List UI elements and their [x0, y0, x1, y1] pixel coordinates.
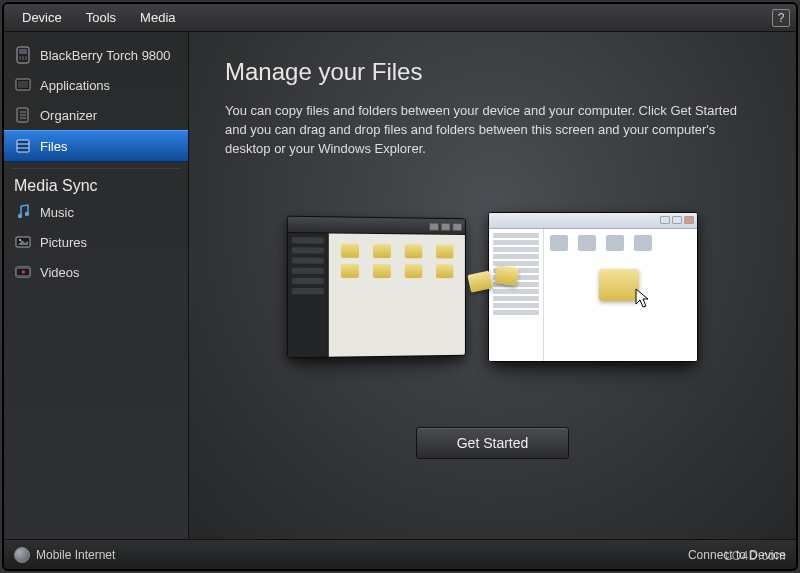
menu-media[interactable]: Media	[128, 6, 187, 29]
page-title: Manage your Files	[225, 58, 760, 86]
app-window: Device Tools Media ? BlackBerry Torch 98…	[2, 2, 798, 571]
sidebar-item-music[interactable]: Music	[4, 197, 188, 227]
svg-point-3	[22, 56, 23, 57]
content-area: Manage your Files You can copy files and…	[189, 32, 796, 539]
flying-folders-icon	[469, 272, 517, 290]
svg-rect-9	[18, 81, 28, 88]
music-icon	[14, 203, 32, 221]
sidebar-divider	[12, 168, 180, 169]
svg-point-7	[25, 58, 26, 59]
svg-rect-1	[19, 49, 27, 54]
menu-tools[interactable]: Tools	[74, 6, 128, 29]
svg-rect-24	[16, 275, 30, 277]
svg-point-21	[19, 239, 21, 241]
page-description: You can copy files and folders between y…	[225, 102, 755, 159]
sidebar-item-label: BlackBerry Torch 9800	[40, 48, 171, 63]
svg-point-5	[19, 58, 20, 59]
illustration	[225, 187, 760, 387]
sidebar-heading-media-sync: Media Sync	[4, 173, 188, 197]
files-icon	[14, 137, 32, 155]
help-icon[interactable]: ?	[772, 9, 790, 27]
sidebar-item-organizer[interactable]: Organizer	[4, 100, 188, 130]
videos-icon	[14, 263, 32, 281]
sidebar-item-label: Applications	[40, 78, 110, 93]
svg-point-6	[22, 58, 23, 59]
sidebar-item-label: Files	[40, 139, 67, 154]
illustration-explorer-window	[488, 212, 698, 362]
sidebar-item-applications[interactable]: Applications	[4, 70, 188, 100]
sidebar-item-label: Videos	[40, 265, 80, 280]
globe-icon	[14, 547, 30, 563]
footer-mobile-internet[interactable]: Mobile Internet	[36, 548, 115, 562]
device-icon	[14, 46, 32, 64]
sidebar-item-label: Pictures	[40, 235, 87, 250]
footer: Mobile Internet Connect to Device	[4, 539, 796, 569]
sidebar-item-videos[interactable]: Videos	[4, 257, 188, 287]
sidebar: BlackBerry Torch 9800 Applications Organ…	[4, 32, 189, 539]
applications-icon	[14, 76, 32, 94]
svg-point-18	[25, 212, 29, 216]
organizer-icon	[14, 106, 32, 124]
illustration-device-window	[286, 215, 465, 358]
get-started-button[interactable]: Get Started	[416, 427, 570, 459]
svg-rect-23	[16, 267, 30, 269]
pictures-icon	[14, 233, 32, 251]
sidebar-item-label: Music	[40, 205, 74, 220]
menubar: Device Tools Media ?	[4, 4, 796, 32]
sidebar-item-pictures[interactable]: Pictures	[4, 227, 188, 257]
sidebar-item-label: Organizer	[40, 108, 97, 123]
svg-rect-14	[17, 140, 29, 152]
svg-point-2	[19, 56, 20, 57]
sidebar-item-device[interactable]: BlackBerry Torch 9800	[4, 40, 188, 70]
sidebar-item-files[interactable]: Files	[4, 130, 188, 162]
cursor-icon	[634, 287, 652, 309]
menu-device[interactable]: Device	[10, 6, 74, 29]
footer-connect-device[interactable]: Connect to Device	[688, 548, 786, 562]
svg-point-4	[25, 56, 26, 57]
